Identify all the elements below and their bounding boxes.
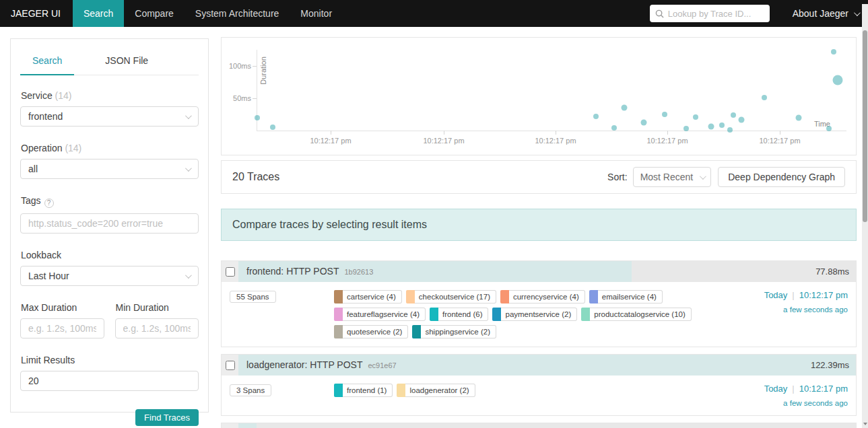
about-jaeger-menu[interactable]: About Jaeger	[793, 8, 859, 19]
span-count-column: 3 Spans	[230, 384, 334, 396]
y-axis-title: Duration	[259, 50, 267, 91]
top-nav: JAEGER UI SearchCompareSystem Architectu…	[0, 0, 868, 27]
trace-card-body: 3 Spansfrontend (1)loadgenerator (2)Toda…	[222, 376, 856, 415]
scrollbar-down-arrow[interactable]	[862, 420, 868, 428]
y-tick-mark	[253, 66, 257, 67]
trace-date-column: Today|10:12:17 pma few seconds ago	[710, 384, 848, 407]
trace-card-header[interactable]: frontend: HTTP POST1b9261377.88ms	[222, 261, 856, 282]
service-tag[interactable]: currencyservice (4)	[500, 290, 585, 304]
trace-select-checkbox[interactable]	[226, 267, 235, 277]
date-time-separator: |	[787, 290, 799, 300]
nav-item-search[interactable]: Search	[73, 0, 124, 27]
trace-scatter-point[interactable]	[593, 114, 599, 119]
service-tag[interactable]: checkoutservice (17)	[406, 290, 496, 304]
tab-json-file[interactable]: JSON File	[93, 48, 160, 75]
min-duration-input[interactable]	[115, 318, 199, 338]
operation-select[interactable]: all	[20, 159, 199, 179]
trace-card-header[interactable]: loadgenerator: HTTP POSTec91e67122.39ms	[222, 355, 856, 376]
trace-scatter-point[interactable]	[641, 119, 647, 125]
trace-scatter-point[interactable]	[683, 126, 689, 131]
trace-title[interactable]: loadgenerator: HTTP POSTec91e67	[238, 355, 856, 376]
service-tag[interactable]: frontend (6)	[430, 308, 488, 321]
trace-select-checkbox[interactable]	[226, 361, 235, 370]
service-select[interactable]: frontend	[20, 106, 199, 127]
sort-select[interactable]: Most Recent	[633, 167, 712, 187]
trace-lookup-box[interactable]	[650, 5, 770, 22]
scrollbar-thumb[interactable]	[863, 30, 867, 222]
service-tag-label: featureflagservice (4)	[343, 308, 426, 321]
tags-label: Tags?	[21, 195, 199, 208]
max-duration-label: Max Duration	[21, 302, 104, 313]
service-tag[interactable]: cartservice (4)	[334, 290, 402, 304]
trace-card-header[interactable]: frontend: HTTP POST066341b3.55ms	[222, 423, 856, 428]
trace-lookup-input[interactable]	[668, 9, 764, 19]
trace-scatter-point[interactable]	[826, 126, 832, 131]
service-tag[interactable]: paymentservice (2)	[492, 308, 577, 321]
y-tick-label: 50ms	[211, 94, 251, 102]
trace-checkbox-cell	[222, 261, 238, 282]
service-tag-label: paymentservice (2)	[501, 308, 577, 321]
service-tag[interactable]: emailservice (4)	[589, 290, 663, 304]
service-tag[interactable]: quoteservice (2)	[334, 325, 408, 338]
trace-time-link[interactable]: 10:12:17 pm	[799, 384, 848, 394]
trace-scatter-point[interactable]	[708, 124, 714, 130]
limit-results-input[interactable]	[20, 371, 199, 391]
max-duration-input[interactable]	[20, 318, 104, 338]
trace-count: 20 Traces	[232, 171, 279, 183]
lookback-select[interactable]: Last Hour	[20, 266, 199, 286]
service-select-value: frontend	[28, 111, 63, 122]
trace-checkbox-cell	[222, 423, 238, 428]
service-tag-label: productcatalogservice (10)	[590, 308, 692, 321]
service-tag-label: frontend (1)	[343, 384, 393, 397]
trace-scatter-point[interactable]	[831, 49, 836, 55]
trace-title[interactable]: frontend: HTTP POST1b92613	[238, 261, 856, 283]
trace-scatter-point[interactable]	[796, 114, 802, 120]
trace-scatter-point[interactable]	[762, 95, 767, 100]
service-tag[interactable]: shippingservice (2)	[412, 325, 496, 338]
trace-scatter-point[interactable]	[727, 127, 733, 133]
service-tag-label: shippingservice (2)	[421, 325, 496, 338]
help-icon[interactable]: ?	[44, 199, 54, 208]
service-color-swatch	[406, 290, 415, 304]
trace-scatter-point[interactable]	[662, 112, 667, 117]
service-color-swatch	[334, 384, 343, 397]
x-tick-mark	[331, 131, 331, 135]
trace-scatter-point[interactable]	[731, 112, 736, 118]
service-tag[interactable]: productcatalogservice (10)	[581, 308, 692, 321]
trace-scatter-point[interactable]	[833, 75, 843, 85]
trace-scatter-point[interactable]	[611, 125, 617, 131]
x-tick-label: 10:12:17 pm	[749, 137, 810, 145]
page-scrollbar[interactable]	[862, 4, 868, 428]
trace-relative-time: a few seconds ago	[710, 306, 848, 314]
tags-input[interactable]	[20, 213, 199, 234]
nav-item-compare[interactable]: Compare	[124, 0, 185, 27]
trace-scatter-point[interactable]	[719, 122, 725, 128]
service-color-swatch	[492, 308, 501, 321]
trace-scatter-point[interactable]	[270, 124, 275, 130]
find-traces-button[interactable]: Find Traces	[135, 409, 199, 426]
tab-search[interactable]: Search	[20, 48, 74, 75]
trace-date-link[interactable]: Today	[764, 290, 788, 300]
trace-id: ec91e67	[368, 361, 396, 369]
nav-item-monitor[interactable]: Monitor	[290, 0, 343, 27]
trace-date-time: Today|10:12:17 pm	[710, 290, 848, 300]
service-label: Service (14)	[21, 90, 199, 101]
date-time-separator: |	[787, 384, 799, 394]
lookback-select-value: Last Hour	[28, 271, 69, 281]
service-tag[interactable]: frontend (1)	[334, 384, 393, 397]
trace-scatter-point[interactable]	[621, 105, 627, 111]
trace-scatter-point[interactable]	[693, 114, 698, 120]
trace-title[interactable]: frontend: HTTP POST066341b	[238, 423, 856, 428]
service-tag[interactable]: featureflagservice (4)	[334, 308, 426, 321]
trace-scatter-point[interactable]	[255, 115, 260, 120]
service-tag-label: currencyservice (4)	[509, 290, 585, 304]
chevron-down-icon	[854, 9, 861, 16]
chevron-down-icon	[185, 165, 192, 172]
nav-item-system-architecture[interactable]: System Architecture	[185, 0, 290, 27]
deep-dependency-graph-button[interactable]: Deep Dependency Graph	[718, 167, 845, 187]
lookback-label: Lookback	[21, 250, 199, 260]
trace-date-link[interactable]: Today	[764, 384, 788, 394]
trace-scatter-point[interactable]	[738, 116, 744, 122]
trace-time-link[interactable]: 10:12:17 pm	[799, 290, 848, 300]
service-tag[interactable]: loadgenerator (2)	[397, 384, 475, 397]
